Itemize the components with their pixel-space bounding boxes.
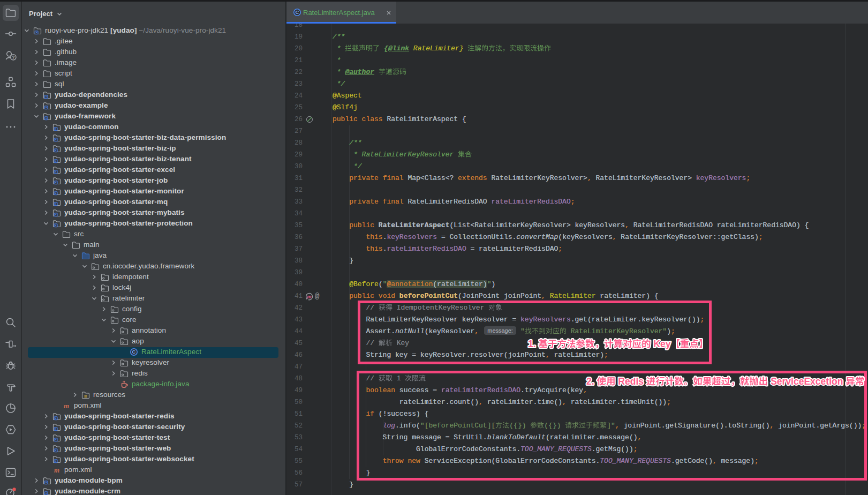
svg-text:C: C [132, 349, 136, 355]
svg-text:C: C [296, 9, 299, 15]
svg-text:m: m [307, 294, 312, 299]
svg-text:m: m [64, 402, 69, 410]
svg-text:1.: 1. [528, 339, 538, 349]
svg-text:?: ? [12, 55, 14, 60]
svg-text:ServiceExcetion: ServiceExcetion [768, 376, 846, 387]
svg-text:Key: Key [651, 339, 671, 349]
svg-text:2.: 2. [586, 376, 597, 387]
svg-text:Redis: Redis [616, 376, 646, 387]
svg-text:m: m [54, 466, 59, 474]
